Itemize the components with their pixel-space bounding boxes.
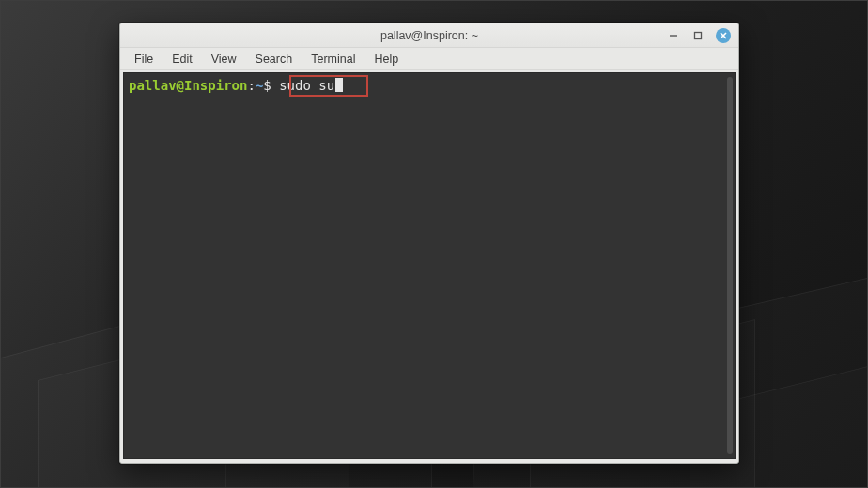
menu-search[interactable]: Search — [247, 51, 302, 68]
scrollbar[interactable] — [727, 77, 733, 454]
menu-terminal[interactable]: Terminal — [302, 51, 364, 68]
menubar: File Edit View Search Terminal Help — [120, 48, 738, 70]
menu-file[interactable]: File — [126, 51, 162, 68]
menu-help[interactable]: Help — [365, 51, 407, 68]
prompt-userhost: pallav@Inspiron — [129, 78, 247, 93]
minimize-button[interactable] — [667, 29, 680, 42]
window-controls — [667, 23, 731, 47]
prompt-symbol: $ — [263, 78, 279, 93]
svg-rect-1 — [695, 32, 702, 38]
terminal[interactable]: pallav@Inspiron:~$ sudo su — [123, 72, 736, 459]
menu-edit[interactable]: Edit — [163, 51, 201, 68]
titlebar[interactable]: pallav@Inspiron: ~ — [120, 23, 738, 48]
maximize-button[interactable] — [691, 29, 705, 42]
command-text: sudo su — [279, 78, 334, 93]
terminal-container: pallav@Inspiron:~$ sudo su — [120, 70, 738, 463]
window-title: pallav@Inspiron: ~ — [380, 29, 478, 42]
close-button[interactable] — [716, 28, 731, 43]
terminal-window: pallav@Inspiron: ~ File Edit View Search… — [119, 23, 739, 464]
prompt-colon: : — [247, 78, 255, 93]
menu-view[interactable]: View — [203, 51, 245, 68]
cursor-icon — [335, 78, 343, 92]
prompt-line: pallav@Inspiron:~$ sudo su — [127, 75, 725, 94]
